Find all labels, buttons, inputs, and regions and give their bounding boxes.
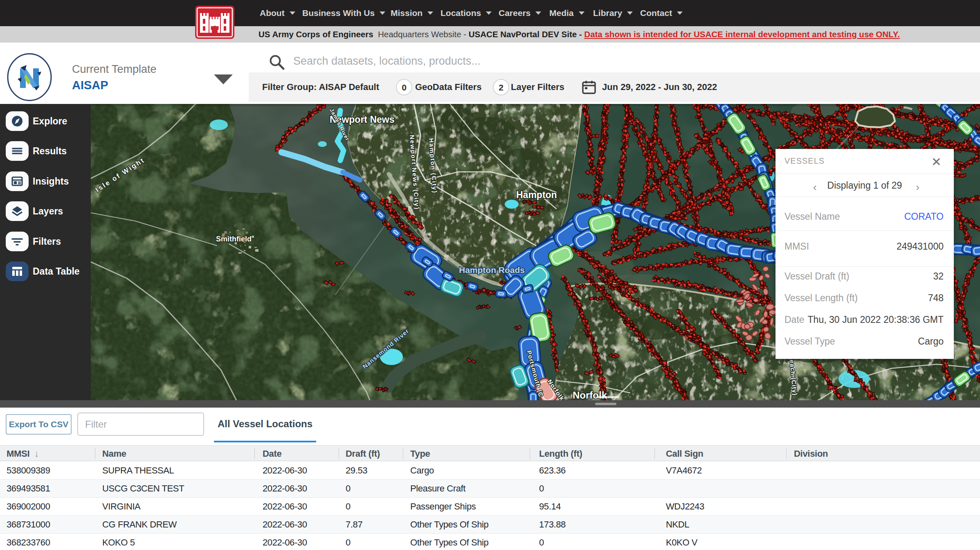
svg-text:Smithfield: Smithfield xyxy=(216,235,252,243)
svg-text:Norfolk: Norfolk xyxy=(573,390,607,400)
svg-text:Hampton: Hampton xyxy=(516,189,557,200)
svg-text:Hampton Roads: Hampton Roads xyxy=(459,265,525,275)
